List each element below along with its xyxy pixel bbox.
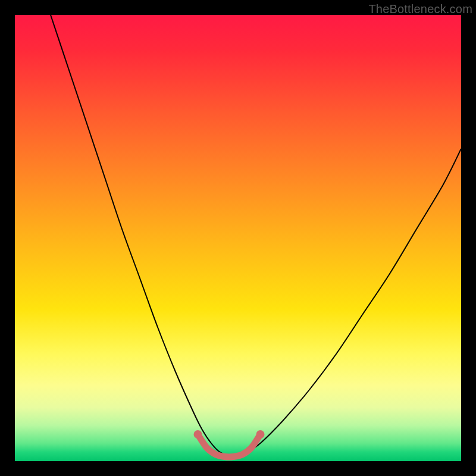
chart-frame: TheBottleneck.com bbox=[0, 0, 476, 476]
bottleneck-curve bbox=[51, 15, 461, 457]
curve-layer bbox=[15, 15, 461, 461]
optimal-band-endpoint bbox=[194, 430, 202, 439]
optimal-band-endpoint bbox=[256, 430, 265, 439]
plot-area bbox=[15, 15, 461, 461]
watermark-text: TheBottleneck.com bbox=[368, 2, 472, 16]
